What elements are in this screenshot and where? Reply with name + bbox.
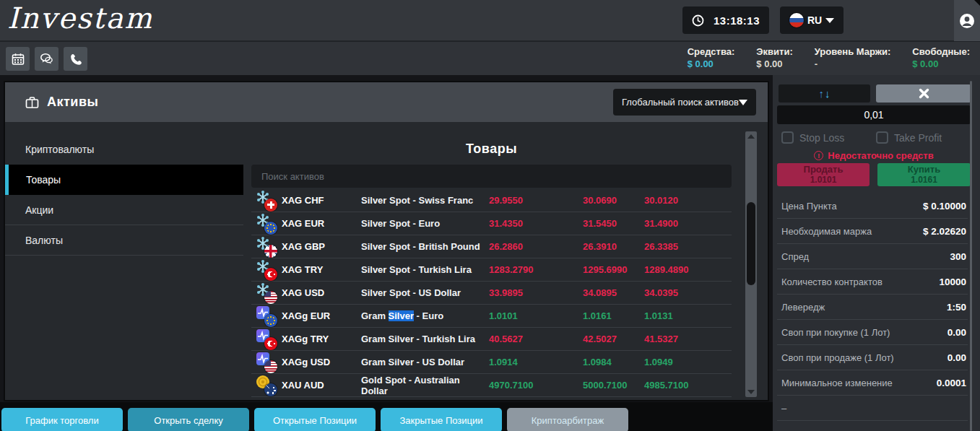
asset-name: Silver Spot - US Dollar [361,287,489,298]
stat-label: Средства: [688,46,735,57]
scroll-down-icon[interactable] [745,387,757,397]
table-row[interactable]: XAG GBPSilver Spot - British Pound26.286… [251,235,732,258]
app-logo: Investam [7,1,153,35]
asset-symbol: XAG EUR [282,218,361,229]
flag-eu-icon [264,314,277,327]
tab-1[interactable]: График торговли [1,408,123,431]
stat-item: Уровень Маржи:- [815,46,891,69]
stat-label: Эквити: [756,46,792,57]
category-list: КриптовалютыТоварыАкцииВалюты [5,134,243,256]
parameter-row: Спред300 [777,244,968,269]
pulse-chart-icon [256,352,277,373]
table-row[interactable]: XAU AUDGold Spot - Australian Dollar4970… [251,374,732,397]
asset-name: Silver Spot - Euro [361,218,489,229]
trade-panel-scrollbar[interactable] [970,81,972,431]
asset-name: Gram Silver - Turkish Lira [361,334,489,344]
close-panel-button[interactable] [876,84,971,103]
sell-label: Продать [804,164,844,175]
table-scrollbar[interactable] [745,131,757,397]
close-icon [919,88,929,99]
asset-symbol: XAU AUD [282,380,361,391]
table-row[interactable]: XAG EURSilver Spot - Euro31.435031.54503… [251,212,732,235]
flag-eu-icon [264,222,277,235]
parameter-value: 300 [950,251,966,262]
account-avatar-button[interactable] [954,0,980,41]
scrollbar-thumb[interactable] [747,202,755,285]
asset-name: Silver Spot - British Pound [361,241,489,252]
buy-button[interactable]: Купить 1.0161 [877,163,971,186]
arrow-up-icon: ↑ [819,87,825,100]
sidebar-item-2[interactable]: Товары [5,165,243,195]
flag-tr-icon [264,268,277,281]
take-profit-checkbox[interactable]: Take Profit [876,131,942,144]
stop-loss-checkbox[interactable]: Stop Loss [781,131,844,144]
buy-label: Купить [908,164,940,175]
asset-price: 29.9550 [489,195,583,206]
asset-price: 31.4350 [489,218,583,229]
russia-flag-icon [789,13,804,27]
table-row[interactable]: XAG CHFSilver Spot - Swiss Franc29.95503… [251,189,732,212]
table-row[interactable]: XAGg TRYGram Silver - Turkish Lira40.562… [251,328,732,351]
tab-2[interactable]: Открыть сделку [128,408,249,431]
table-row[interactable]: XAGg EURGram Silver - Euro1.01011.01611.… [251,305,732,328]
flag-us-icon [264,360,277,373]
tab-5[interactable]: Криптоарбитраж [507,408,628,431]
stat-value: - [815,58,891,69]
asset-price: 26.2860 [489,241,583,252]
parameter-row: Своп при продаже (1 Лот)0.00 [777,345,968,370]
asset-price: 34.0895 [583,287,644,298]
stat-value: $ 0.00 [688,58,735,69]
chevron-down-icon [825,18,834,23]
sidebar-item-1[interactable]: Криптовалюты [5,134,243,165]
stat-value: $ 0.00 [756,58,792,69]
asset-symbol: XAG USD [282,287,361,298]
flag-us-icon [264,291,277,304]
sell-button[interactable]: Продать 1.0101 [777,163,870,186]
calendar-button[interactable] [6,47,30,71]
page-title: Активы [47,95,98,110]
global-search-dropdown[interactable]: Глобальный поиск активов [613,89,756,116]
search-input[interactable] [251,165,732,188]
asset-name: Silver Spot - Turkish Lira [361,264,489,275]
stop-loss-label: Stop Loss [799,132,844,144]
asset-price: 1295.6990 [583,264,644,275]
scroll-up-icon[interactable] [745,131,757,142]
silver-molecule-icon [256,190,277,212]
sidebar-item-3[interactable]: Акции [5,195,243,225]
calendar-icon [12,53,25,66]
chat-button[interactable] [35,47,58,71]
bottom-tab-bar: График торговлиОткрыть сделкуОткрытые По… [0,402,773,431]
parameter-row: Левередж1:50 [777,295,968,320]
assets-panel: Активы Глобальный поиск активов Криптова… [4,81,769,401]
stat-item: Средства:$ 0.00 [688,46,735,69]
parameter-row: – [777,396,968,421]
parameter-row: Необходимая маржа$ 2.02620 [777,219,968,244]
clock-icon [692,14,704,27]
volume-input[interactable] [777,105,971,124]
asset-price: 30.0690 [583,195,644,206]
asset-price: 1.0949 [644,357,732,367]
parameter-label: Минимальное изменение [781,378,893,388]
clock-widget: 13:18:13 [682,6,769,34]
warning-text: Недостаточно средств [828,150,933,161]
language-selector[interactable]: RU [780,6,844,34]
silver-molecule-icon [256,236,277,258]
parameter-label: – [781,403,786,414]
parameter-label: Своп при продаже (1 Лот) [781,352,894,363]
asset-price: 1.0984 [583,357,644,367]
swap-direction-button[interactable]: ↑↓ [779,84,870,103]
asset-price: 26.3910 [583,241,644,252]
sidebar-item-4[interactable]: Валюты [5,225,243,256]
tab-4[interactable]: Закрытые Позиции [381,408,502,431]
briefcase-icon [25,96,39,109]
account-stats: Средства:$ 0.00Эквити:$ 0.00Уровень Марж… [688,46,970,69]
phone-button[interactable] [64,47,87,71]
pulse-chart-icon [256,328,277,350]
tab-3[interactable]: Открытые Позиции [254,408,376,431]
top-bar: Investam 13:18:13 RU [0,0,980,41]
table-row[interactable]: XAGg USDGram Silver - US Dollar1.09141.0… [251,351,732,374]
table-row[interactable]: XAG USDSilver Spot - US Dollar33.989534.… [251,282,732,305]
flag-gb-icon [264,245,277,258]
chevron-down-icon [739,100,747,105]
table-row[interactable]: XAG TRYSilver Spot - Turkish Lira1283.27… [251,258,732,282]
